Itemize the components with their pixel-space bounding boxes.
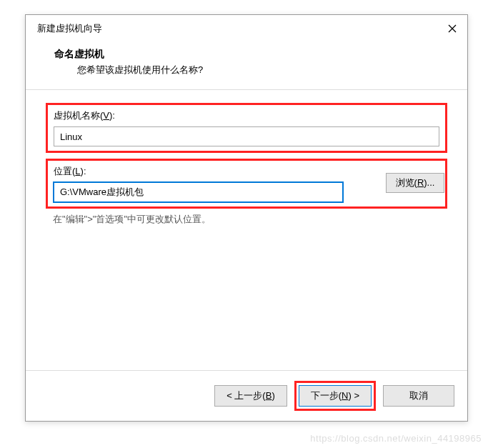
location-hint: 在"编辑">"首选项"中可更改默认位置。 bbox=[46, 213, 447, 226]
location-label: 位置(L): bbox=[54, 165, 374, 178]
back-button[interactable]: < 上一步(B) bbox=[214, 385, 287, 407]
location-input[interactable] bbox=[54, 182, 343, 202]
dialog-title: 新建虚拟机向导 bbox=[37, 22, 102, 35]
location-row bbox=[54, 182, 374, 202]
name-field-highlight: 虚拟机名称(V): bbox=[46, 103, 447, 153]
vm-name-input[interactable] bbox=[54, 126, 439, 146]
wizard-header-title: 命名虚拟机 bbox=[54, 48, 447, 61]
wizard-content: 虚拟机名称(V): 位置(L): 浏览(R)... 在"编辑">"首选项"中可更… bbox=[26, 90, 467, 370]
next-button[interactable]: 下一步(N) > bbox=[299, 385, 372, 407]
titlebar: 新建虚拟机向导 bbox=[26, 15, 467, 42]
next-button-highlight: 下一步(N) > bbox=[294, 381, 376, 411]
wizard-header-subtitle: 您希望该虚拟机使用什么名称? bbox=[54, 64, 447, 76]
close-button[interactable] bbox=[446, 22, 459, 35]
close-icon bbox=[448, 24, 457, 33]
wizard-header: 命名虚拟机 您希望该虚拟机使用什么名称? bbox=[26, 42, 467, 89]
wizard-dialog: 新建虚拟机向导 命名虚拟机 您希望该虚拟机使用什么名称? 虚拟机名称(V): 位… bbox=[25, 14, 468, 422]
vm-name-label: 虚拟机名称(V): bbox=[54, 109, 439, 122]
cancel-button[interactable]: 取消 bbox=[383, 385, 454, 407]
wizard-footer: < 上一步(B) 下一步(N) > 取消 bbox=[26, 370, 467, 421]
browse-button[interactable]: 浏览(R)... bbox=[386, 173, 444, 193]
watermark-text: https://blog.csdn.net/weixin_44198965 bbox=[310, 433, 482, 444]
